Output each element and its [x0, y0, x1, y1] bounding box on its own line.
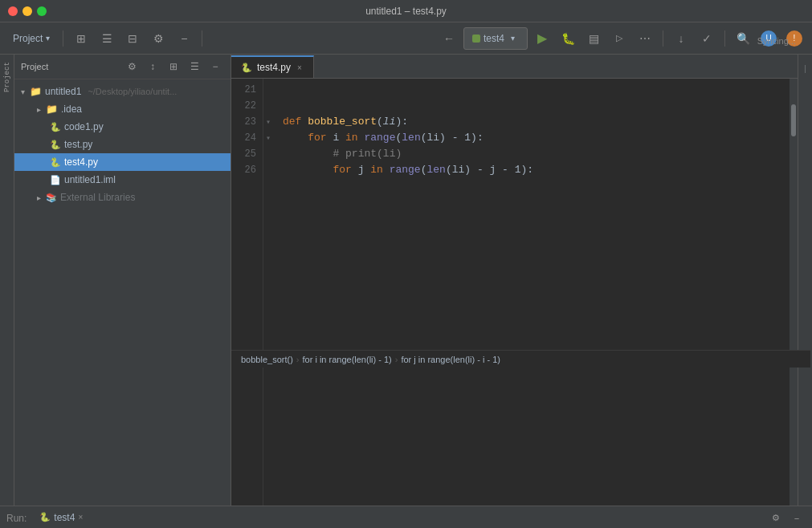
run-tab-label: test4	[54, 512, 75, 523]
line-num-21: 21	[231, 82, 256, 98]
run-button[interactable]: ▶	[531, 27, 553, 50]
panel-header: Project ⚙ ↕ ⊞ ☰ −	[14, 55, 231, 79]
python-file-icon-test: 🐍	[50, 140, 61, 150]
project-icon[interactable]: Project	[1, 71, 14, 83]
profile-icon: ▷	[616, 33, 622, 43]
python-file-icon-code1: 🐍	[50, 122, 61, 132]
tree-item-idea[interactable]: ▸ 📁 .idea	[14, 100, 231, 118]
code-content[interactable]: def bobble_sort(li): for i in range(len(…	[273, 79, 790, 506]
breadcrumb-loop1[interactable]: for i in range(len(li) - 1)	[303, 355, 392, 364]
func-name: bobble_sort	[308, 114, 377, 130]
window-controls[interactable]	[8, 6, 47, 16]
line-num-24: 24	[231, 130, 256, 146]
gutter-26	[263, 162, 273, 178]
panel-scroll-btn[interactable]: ↕	[144, 58, 161, 75]
panel-minus-btn[interactable]: −	[206, 58, 224, 75]
debug-button[interactable]: 🐛	[557, 27, 579, 50]
line-num-25: 25	[231, 146, 256, 162]
profile-button[interactable]: ▷	[608, 27, 630, 50]
ext-libs-icon: 📚	[46, 193, 57, 203]
panel-settings-btn[interactable]: ⚙	[123, 58, 141, 75]
minimize-button[interactable]	[22, 6, 32, 16]
run-configuration[interactable]: test4 ▾	[463, 27, 528, 50]
vcs-update-icon: ↓	[679, 32, 684, 45]
gear-icon: ⚙	[153, 32, 164, 45]
tree-item-test[interactable]: 🐍 test.py	[14, 136, 231, 153]
coverage-button[interactable]: ▤	[582, 27, 605, 50]
run-tab-test4[interactable]: 🐍 test4 ×	[33, 506, 89, 529]
panel-expand-btn[interactable]: ⊞	[165, 58, 182, 75]
editor-scrollbar[interactable]	[790, 79, 798, 506]
tree-item-test4[interactable]: 🐍 test4.py	[14, 153, 231, 171]
file-tree: ▾ 📁 untitled1 ~/Desktop/yiliao/untit... …	[14, 79, 231, 506]
run-tab-close-btn[interactable]: ×	[78, 513, 83, 522]
line-num-26: 26	[231, 162, 256, 178]
tree-item-code1[interactable]: 🐍 code1.py	[14, 118, 231, 136]
tab-close-btn[interactable]: ×	[296, 63, 304, 72]
run-tab-python-icon: 🐍	[39, 512, 51, 522]
maximize-button[interactable]	[37, 6, 47, 16]
line-numbers: 21 22 23 24 25 26	[231, 79, 263, 506]
play-icon: ▶	[537, 30, 547, 46]
breadcrumb-loop2[interactable]: for j in range(len(li) - i - 1)	[401, 355, 500, 364]
more-run-btn[interactable]: ⋯	[634, 27, 656, 50]
ext-libs-name: External Libraries	[60, 192, 135, 203]
settings-btn[interactable]: ⚙	[147, 27, 169, 50]
minus-btn[interactable]: −	[173, 27, 195, 50]
tree-item-iml[interactable]: 📄 untitled1.iml	[14, 171, 231, 189]
expand-icon-ext: ▸	[37, 193, 41, 202]
expand-icon-idea: ▸	[37, 105, 41, 114]
gutter-22	[263, 98, 273, 114]
layout-btn-2[interactable]: ☰	[96, 27, 118, 50]
tab-test4[interactable]: 🐍 test4.py ×	[231, 55, 314, 78]
left-sidebar-icons: Project	[0, 55, 14, 506]
search-everywhere-btn[interactable]: 🔍	[732, 27, 754, 50]
breadcrumb-sep-2: ›	[395, 355, 398, 364]
code-editor[interactable]: 21 22 23 24 25 26 ▾ ▾ def bobble_sor	[231, 79, 798, 506]
run-label: Run:	[6, 513, 27, 524]
iml-icon: 📄	[50, 175, 61, 185]
code-line-24: for i in range(len(li) - 1):	[283, 130, 780, 146]
layout-btn-3[interactable]: ⊟	[121, 27, 144, 50]
toolbar: Project ▾ ⊞ ☰ ⊟ ⚙ − ← test4 ▾ ▶ 🐛 ▤ ▷ ⋯	[0, 22, 812, 55]
main-layout: Project Project ⚙ ↕ ⊞ ☰ − ▾ 📁 untitled1 …	[0, 55, 812, 506]
run-config-icon	[472, 35, 480, 43]
vcs-commit-btn[interactable]: ✓	[696, 27, 718, 50]
code1-name: code1.py	[64, 121, 104, 132]
gutter-25	[263, 146, 273, 162]
chevron-down-icon: ▾	[46, 34, 50, 43]
bug-icon: 🐛	[561, 32, 575, 45]
vcs-update-btn[interactable]: ↓	[670, 27, 692, 50]
search-icon: 🔍	[737, 32, 750, 45]
keyword-def: def	[283, 114, 308, 130]
tree-item-ext-libs[interactable]: ▸ 📚 External Libraries	[14, 189, 231, 206]
close-button[interactable]	[8, 6, 18, 16]
project-menu-button[interactable]: Project ▾	[6, 27, 56, 50]
layout-btn-1[interactable]: ⊞	[70, 27, 92, 50]
keyword-for-2: for	[333, 162, 357, 178]
tree-root[interactable]: ▾ 📁 untitled1 ~/Desktop/yiliao/untit...	[14, 83, 231, 100]
right-tool-strip: |	[798, 55, 812, 506]
run-panel-close-btn[interactable]: −	[788, 510, 806, 527]
gutter-23[interactable]: ▾	[263, 114, 273, 130]
code-line-25: # print(li)	[283, 146, 780, 162]
builtin-len: len	[402, 130, 420, 146]
layout-icon-2: ☰	[102, 32, 112, 45]
idea-folder-icon: 📁	[46, 104, 58, 115]
run-panel-toolbar: ⚙ −	[767, 510, 806, 527]
gutter-24[interactable]: ▾	[263, 130, 273, 146]
scrollbar-thumb[interactable]	[791, 104, 796, 136]
run-panel-settings-btn[interactable]: ⚙	[767, 510, 785, 527]
run-config-chevron: ▾	[511, 34, 515, 43]
toolbar-separator-4	[724, 30, 725, 47]
line-num-23: 23	[231, 114, 256, 130]
panel-gear-btn[interactable]: ☰	[186, 58, 203, 75]
gutter-21	[263, 82, 273, 98]
tabs-bar: 🐍 test4.py ×	[231, 55, 798, 79]
breadcrumb-func[interactable]: bobble_sort()	[241, 355, 293, 364]
line-num-22: 22	[231, 98, 256, 114]
run-panel-header: Run: 🐍 test4 × ⚙ −	[0, 506, 812, 528]
back-btn[interactable]: ←	[438, 27, 460, 50]
editor-area: 🐍 test4.py × Syncing... 21 22 23 24 25 2…	[231, 55, 798, 506]
right-icon-1[interactable]: |	[802, 61, 807, 77]
